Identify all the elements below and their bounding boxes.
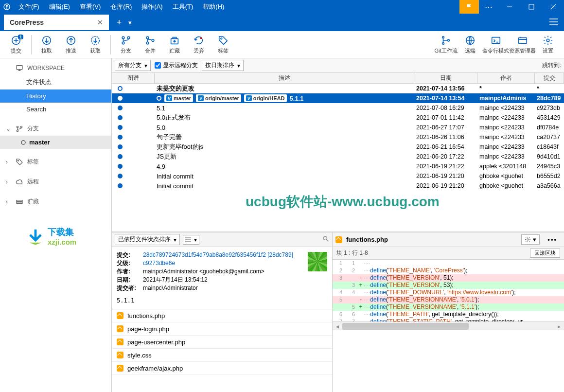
col-desc[interactable]: 描述: [155, 73, 414, 83]
sort-dropdown[interactable]: 按日期排序▾: [202, 60, 244, 71]
commit-row[interactable]: 5.0正式发布2021-07-01 11:42mainpc <224233453…: [112, 113, 564, 123]
file-row[interactable]: page-login.php: [112, 322, 332, 336]
menu-edit[interactable]: 编辑(E): [44, 0, 75, 14]
diff-settings-button[interactable]: ▾: [521, 234, 540, 245]
pull-button[interactable]: 拉取: [35, 33, 59, 57]
modified-file-icon: [117, 339, 123, 345]
modified-file-icon: [117, 352, 123, 358]
menu-repository[interactable]: 仓库(R): [106, 0, 137, 14]
minimize-button[interactable]: [498, 0, 520, 14]
commit-row[interactable]: 未提交的更改2021-07-14 13:56**: [112, 84, 564, 93]
tab-close-icon[interactable]: ✕: [97, 18, 103, 26]
tag-icon: [16, 158, 23, 166]
remote-button[interactable]: 远端: [458, 33, 482, 57]
menu-help[interactable]: 帮助(H): [198, 0, 229, 14]
explorer-button[interactable]: 资源管理器: [509, 33, 536, 57]
more-icon[interactable]: ⋯: [479, 0, 498, 14]
stash-button[interactable]: 贮藏: [162, 33, 187, 57]
file-row[interactable]: page-usercenter.php: [112, 336, 332, 349]
commit-row[interactable]: JS更新2021-06-20 17:22mainpc <2242339d410d…: [112, 152, 564, 161]
menu-file[interactable]: 文件(F): [14, 0, 44, 14]
push-button[interactable]: 推送: [59, 33, 83, 57]
remotes-header[interactable]: › 远程: [0, 175, 111, 189]
file-row[interactable]: geekframe/ajax.php: [112, 362, 332, 375]
maximize-button[interactable]: [520, 0, 542, 14]
menu-tools[interactable]: 工具(T): [168, 0, 198, 14]
svg-rect-37: [17, 200, 22, 201]
gitflow-button[interactable]: Git工作流: [434, 33, 458, 57]
tag-button[interactable]: 标签: [211, 33, 235, 57]
file-row[interactable]: functions.php: [112, 309, 332, 322]
settings-button[interactable]: 设置: [536, 33, 560, 57]
branch-button[interactable]: 分支: [114, 33, 138, 57]
repo-tab[interactable]: CorePress ✕: [4, 15, 109, 30]
sidebar-file-status[interactable]: 文件状态: [0, 75, 111, 89]
modified-file-icon: [117, 325, 123, 332]
col-author[interactable]: 作者: [477, 73, 535, 83]
commits-header: 图谱 描述 日期 作者 提交: [112, 73, 564, 84]
merge-button[interactable]: 合并: [138, 33, 162, 57]
tab-dropdown-icon[interactable]: ▾: [128, 19, 132, 26]
discard-button[interactable]: 丢弃: [187, 33, 211, 57]
hamburger-icon[interactable]: [549, 18, 558, 27]
terminal-button[interactable]: 命令行模式: [482, 33, 509, 57]
app-logo-icon: [0, 0, 14, 14]
tab-bar: CorePress ✕ + ▾: [0, 14, 564, 31]
svg-point-22: [200, 37, 202, 39]
titlebar: 文件(F) 编辑(E) 查看(V) 仓库(R) 操作(A) 工具(T) 帮助(H…: [0, 0, 564, 14]
author-avatar: [308, 252, 327, 271]
view-mode-dropdown[interactable]: ▾: [183, 235, 199, 245]
commit-metadata: 提交:28dc789724673d1f54d79ab8a8e92f635456f…: [112, 247, 332, 296]
svg-point-15: [122, 36, 124, 39]
svg-point-33: [20, 126, 22, 127]
sidebar-history[interactable]: History: [0, 89, 111, 103]
fetch-button[interactable]: 获取: [83, 33, 107, 57]
menu-view[interactable]: 查看(V): [75, 0, 106, 14]
xzji-watermark: 下载集 xzji.com: [26, 226, 76, 246]
branch-master[interactable]: master: [0, 136, 111, 149]
new-tab-button[interactable]: +: [112, 15, 126, 30]
show-remote-checkbox[interactable]: 显示远程分支: [155, 61, 198, 70]
flag-icon[interactable]: [459, 0, 479, 14]
horizontal-scrollbar[interactable]: ◄ ►: [333, 321, 564, 330]
workspace-header[interactable]: WORKSPACE: [0, 61, 111, 75]
commit-row[interactable]: 更新完毕foot的js2021-06-21 16:54mainpc <22423…: [112, 142, 564, 152]
sort-files-dropdown[interactable]: 已依照文件状态排序▾: [115, 234, 180, 245]
commit-row[interactable]: 5.02021-06-27 17:07mainpc <224233df0784e: [112, 123, 564, 132]
col-graph[interactable]: 图谱: [112, 73, 155, 83]
sidebar-search[interactable]: Search: [0, 103, 111, 116]
search-icon[interactable]: [322, 235, 329, 244]
commit-row[interactable]: 句子完善2021-06-26 11:06mainpc <224233ca2073…: [112, 132, 564, 142]
commit-button[interactable]: 1 提交: [4, 33, 28, 57]
changed-files-list: functions.phppage-login.phppage-usercent…: [112, 309, 332, 392]
commit-row[interactable]: Initial commit2021-06-19 21:20ghboke <gu…: [112, 171, 564, 181]
branch-filter-dropdown[interactable]: 所有分支▾: [115, 60, 151, 71]
diff-content[interactable]: 11 ····22 ····define('THEME_NAME', 'Core…: [333, 260, 564, 321]
circle-icon: [20, 140, 26, 145]
col-date[interactable]: 日期: [414, 73, 477, 83]
close-button[interactable]: [542, 0, 564, 14]
col-commit[interactable]: 提交: [535, 73, 564, 83]
commit-row[interactable]: 5.12021-07-08 16:29mainpc <224233c9273db: [112, 103, 564, 113]
diff-more-button[interactable]: •••: [544, 235, 561, 244]
svg-point-25: [442, 43, 444, 45]
commit-row[interactable]: VmasterVorigin/masterVorigin/HEAD5.1.120…: [112, 93, 564, 103]
svg-rect-38: [17, 202, 22, 203]
svg-point-44: [527, 239, 529, 240]
svg-point-24: [442, 36, 444, 38]
file-icon: [335, 236, 342, 243]
menu-actions[interactable]: 操作(A): [137, 0, 167, 14]
commit-message: 5.1.1: [112, 296, 332, 309]
commit-row[interactable]: 4.92021-06-19 21:22applek <320114824945c…: [112, 161, 564, 171]
stashes-header[interactable]: › 贮藏: [0, 195, 111, 209]
filter-bar: 所有分支▾ 显示远程分支 按日期排序▾ 跳转到:: [112, 58, 564, 73]
svg-point-19: [146, 42, 149, 44]
revert-hunk-button[interactable]: 回滚区块: [530, 249, 560, 258]
svg-point-18: [146, 36, 149, 39]
branch-icon: [16, 125, 23, 133]
tags-header[interactable]: › 标签: [0, 155, 111, 169]
commit-row[interactable]: Initial commit2021-06-19 21:20ghboke <gu…: [112, 181, 564, 191]
branches-header[interactable]: ⌄ 分支: [0, 122, 111, 136]
stash-icon: [16, 198, 23, 206]
file-row[interactable]: style.css: [112, 349, 332, 362]
